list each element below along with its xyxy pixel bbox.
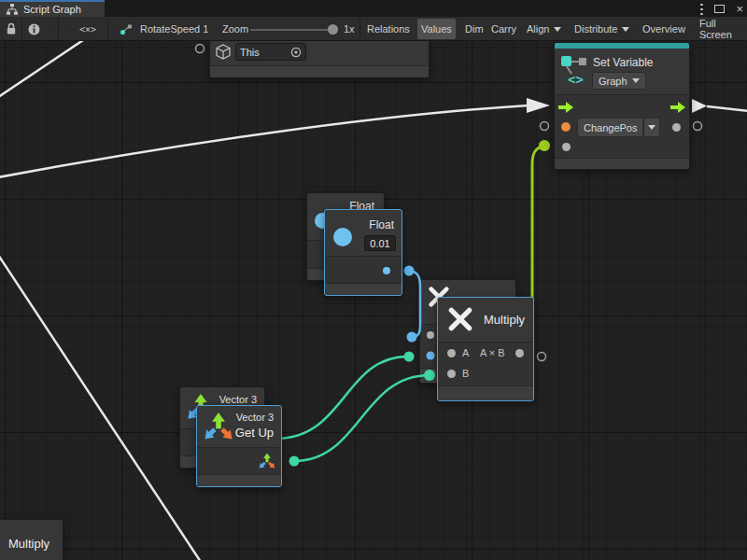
port-ring[interactable]: [694, 122, 702, 131]
float-output-port[interactable]: [383, 267, 390, 274]
variable-name-dropdown-button[interactable]: [643, 118, 660, 137]
graph-hierarchy-icon: [7, 4, 18, 15]
this-node[interactable]: This: [209, 41, 430, 77]
variable-name-port[interactable]: [561, 122, 571, 132]
relations-button[interactable]: Relations: [363, 17, 414, 41]
port-ring[interactable]: [538, 353, 546, 361]
zoom-label: Zoom: [222, 17, 248, 41]
node-operation: Get Up: [235, 426, 274, 440]
vector3-axes-icon: [204, 412, 233, 441]
control-in-port[interactable]: [558, 101, 573, 114]
dim-button[interactable]: Dim: [461, 17, 487, 41]
values-button[interactable]: Values: [417, 19, 456, 39]
wire-endpoint[interactable]: [404, 266, 415, 276]
chevron-down-icon: [554, 27, 561, 32]
chevron-down-icon: [632, 78, 640, 83]
multiply-x-icon: [446, 305, 474, 333]
output-label: A × B: [480, 347, 505, 358]
variable-name-label: ChangePos: [584, 122, 638, 133]
carry-button[interactable]: Carry: [487, 17, 520, 41]
port-ring[interactable]: [541, 122, 549, 131]
graph-breadcrumb-icon: [120, 17, 133, 41]
window-controls: ×: [700, 0, 743, 17]
multiply-node[interactable]: Multiply A A × B B: [437, 297, 534, 401]
node-title: Set Variable: [593, 56, 653, 69]
node-title: Multiply: [8, 537, 49, 551]
tab-script-graph[interactable]: Script Graph: [0, 0, 105, 17]
set-variable-node[interactable]: <> Set Variable Graph ChangePos: [554, 42, 690, 170]
align-label: Align: [527, 23, 549, 35]
zoom-slider[interactable]: [250, 29, 330, 31]
float-value-field[interactable]: 0.01: [364, 235, 396, 251]
input-value-port[interactable]: [562, 143, 571, 151]
input-b-label: B: [462, 368, 469, 379]
info-icon: [28, 23, 40, 35]
object-picker-icon[interactable]: [290, 47, 302, 58]
input-port[interactable]: [427, 331, 434, 339]
node-title: Vector 3: [236, 412, 274, 423]
multiply-node-partial[interactable]: Multiply: [0, 519, 63, 560]
node-title: Float: [369, 218, 394, 231]
control-out-port[interactable]: [670, 101, 685, 114]
lock-icon: [6, 22, 17, 35]
input-b-port[interactable]: [447, 370, 456, 378]
input-a-port[interactable]: [447, 349, 456, 357]
tab-bar: Script Graph ×: [0, 0, 747, 17]
node-title: Multiply: [484, 313, 525, 327]
input-a-label: A: [462, 347, 469, 358]
lock-button[interactable]: [6, 17, 17, 41]
overview-button[interactable]: Overview: [639, 17, 689, 41]
graph-breadcrumb[interactable]: RotateSpeed 1: [140, 17, 208, 41]
zoom-value: 1x: [344, 17, 355, 41]
inspect-button[interactable]: [28, 17, 40, 41]
maximize-icon[interactable]: [714, 5, 725, 13]
float-type-icon: [333, 228, 352, 246]
wire-endpoint[interactable]: [424, 370, 435, 381]
port-ring[interactable]: [196, 45, 204, 53]
input-port[interactable]: [427, 352, 435, 360]
chevron-down-icon: [648, 125, 655, 130]
scope-label: Graph: [599, 76, 627, 87]
zoom-slider-handle[interactable]: [328, 24, 338, 35]
unity-script-graph-window: Script Graph × <×>: [0, 0, 747, 560]
wire-endpoint[interactable]: [404, 352, 415, 362]
output-value-port[interactable]: [672, 123, 681, 132]
variable-name-dropdown[interactable]: ChangePos: [577, 118, 643, 137]
variable-scope-dropdown[interactable]: Graph: [592, 72, 646, 90]
gameobject-field[interactable]: This: [235, 43, 306, 61]
float-node[interactable]: Float 0.01: [324, 209, 402, 296]
graph-toolbar: <×> RotateSpeed 1 Zoom 1x Relations Valu…: [0, 17, 747, 41]
close-icon[interactable]: ×: [736, 3, 743, 15]
fullscreen-button[interactable]: Full Screen: [696, 17, 747, 41]
distribute-label: Distribute: [574, 23, 617, 35]
wire-endpoint[interactable]: [539, 140, 550, 151]
wire-endpoint[interactable]: [289, 456, 300, 467]
control-arrowhead: [692, 99, 707, 113]
set-variable-icon: <>: [560, 54, 588, 86]
align-dropdown[interactable]: Align: [523, 17, 565, 41]
chevron-down-icon: [622, 27, 629, 32]
gameobject-field-value: This: [240, 47, 260, 58]
control-arrowhead: [527, 98, 550, 113]
wire-endpoint[interactable]: [407, 332, 417, 343]
menu-dots-icon[interactable]: [700, 3, 703, 15]
vector3-output-port[interactable]: [259, 453, 275, 469]
graph-canvas[interactable]: Float Vector 3: [0, 41, 747, 560]
code-view-toggle[interactable]: <×>: [68, 17, 107, 41]
distribute-dropdown[interactable]: Distribute: [571, 17, 633, 41]
output-port[interactable]: [515, 349, 524, 357]
svg-text:<>: <>: [568, 72, 584, 86]
tab-label: Script Graph: [23, 4, 81, 15]
vector3-get-up-node[interactable]: Vector 3 Get Up: [196, 405, 282, 487]
gameobject-cube-icon: [216, 44, 231, 60]
